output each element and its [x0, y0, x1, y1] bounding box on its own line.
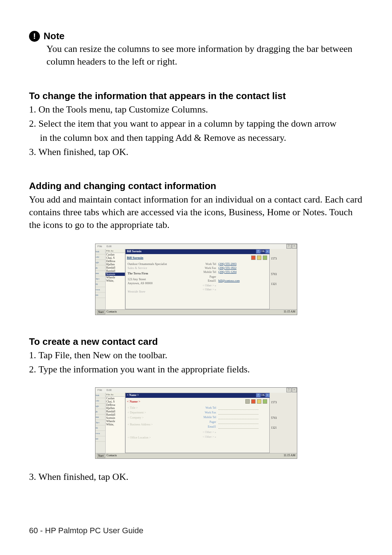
close-button[interactable]: ×: [292, 388, 297, 392]
category-sidebar: bak odc tgb jk mn 3po lft vwx 64: [95, 249, 106, 309]
sec1-item1: 1.On the Tools menu, tap Customize Colum…: [29, 103, 363, 116]
list-item[interactable]: DeBroa: [106, 260, 125, 263]
menu-file[interactable]: File: [95, 244, 105, 249]
contact-card-edit: < Name > ? OK × < Name > < Title > < Dep…: [125, 393, 270, 453]
address-input[interactable]: < Business Address >: [128, 423, 153, 426]
toggle-icon[interactable]: [245, 399, 250, 404]
list-item[interactable]: Hjellen: [106, 407, 125, 410]
list-item[interactable]: Hjellen: [106, 263, 125, 266]
value-email[interactable]: bill@contoso.com: [219, 279, 240, 282]
name-input[interactable]: < Name >: [127, 400, 140, 403]
menu-edit[interactable]: Edit: [104, 388, 114, 393]
tab-notes-icon[interactable]: [263, 399, 267, 404]
contact-list[interactable]: File As Caolan Chai, S DeBroa Hjellen Ra…: [106, 249, 125, 309]
list-item[interactable]: DeBroa: [106, 403, 125, 407]
tab-business-icon[interactable]: [251, 256, 256, 260]
value-work-fax[interactable]: (206) 555-1822: [219, 266, 237, 270]
sec2-heading: Adding and changing contact information: [29, 180, 363, 192]
list-item[interactable]: Chai, S: [106, 400, 125, 403]
list-item[interactable]: Caolan: [106, 253, 125, 256]
list-item[interactable]: Randall: [106, 269, 125, 273]
start-button[interactable]: Start: [97, 310, 105, 314]
taskbar-app[interactable]: Contacts: [107, 454, 117, 458]
dept-input[interactable]: < Department >: [128, 411, 146, 414]
start-button[interactable]: Start: [97, 454, 105, 458]
address-line1: 123 Any Street: [128, 278, 146, 281]
menu-file[interactable]: File: [95, 388, 105, 393]
list-item[interactable]: Randall: [106, 410, 125, 413]
list-item[interactable]: White,: [106, 279, 125, 282]
taskbar: StartContacts 11:15 AM: [95, 309, 297, 315]
sec3-heading: To create a new contact card: [29, 336, 363, 347]
page-footer: 60 - HP Palmtop PC User Guide: [29, 526, 143, 535]
right-column: 1573 5703 1321: [270, 249, 297, 309]
sec1-item3: 3.When finished, tap OK.: [29, 146, 363, 158]
contact-name[interactable]: Bill Sornsin: [127, 256, 143, 260]
value-work-tel[interactable]: (206) 555-2003: [219, 262, 237, 266]
right-value: 5703: [270, 272, 297, 277]
card-title: < Name >: [126, 393, 234, 398]
taskbar-clock: 11:15 AM: [282, 310, 297, 315]
label-work-tel: Work Tel: [195, 262, 216, 266]
label-pager: Pager: [195, 420, 216, 424]
help-button[interactable]: ?: [256, 249, 261, 254]
label-other1[interactable]: < Other > »: [195, 284, 216, 287]
sec1-item2: 2.Select the item that you want to appea…: [29, 117, 363, 130]
ok-button[interactable]: OK: [261, 249, 265, 254]
sec2-body: You add and maintain contact information…: [29, 193, 363, 231]
tab-home-icon[interactable]: [257, 256, 261, 260]
value-mobile[interactable]: (206) 555-1204: [219, 270, 237, 274]
location-input[interactable]: < Office Location >: [128, 436, 151, 439]
ok-button[interactable]: OK: [261, 393, 265, 397]
label-email: Email1: [195, 279, 216, 282]
mobile-input[interactable]: [219, 416, 258, 419]
close-button[interactable]: ×: [292, 244, 297, 249]
company-input[interactable]: < Company >: [128, 416, 144, 419]
tab-notes-icon[interactable]: [263, 256, 267, 260]
label-pager: Pager: [195, 275, 216, 278]
location: Westside Store: [128, 290, 146, 293]
help-button[interactable]: ?: [286, 244, 291, 249]
help-button[interactable]: ?: [286, 388, 291, 392]
right-column: 1573 5703 1321: [270, 393, 297, 453]
contact-list[interactable]: File As Caolan Chai, S DeBroa Hjellen Ra…: [106, 393, 125, 453]
list-item[interactable]: Randall: [106, 413, 125, 416]
list-item[interactable]: Wheele: [106, 420, 125, 423]
column-header[interactable]: File As: [106, 393, 125, 397]
job-title: Outdoor Ornamentals Specialist: [128, 262, 167, 266]
column-header[interactable]: File As: [106, 249, 125, 253]
department: Sales & Service: [128, 266, 147, 270]
right-value: 5703: [270, 416, 297, 420]
note-icon: !: [29, 31, 40, 42]
label-other2[interactable]: < Other > »: [195, 288, 216, 291]
menu-bar: File Edit ? ×: [95, 388, 297, 393]
worktel-input[interactable]: [219, 406, 258, 410]
tab-business-icon[interactable]: [251, 399, 256, 404]
pager-input[interactable]: [219, 420, 258, 424]
right-value: 1321: [270, 282, 297, 286]
list-item[interactable]: Chai, S: [106, 256, 125, 260]
note-label: Note: [44, 30, 65, 42]
taskbar-app[interactable]: Contacts: [107, 310, 117, 314]
list-item[interactable]: White,: [106, 423, 125, 426]
email-input[interactable]: [219, 425, 258, 429]
help-button[interactable]: ?: [256, 393, 261, 397]
menu-bar: File Edit ? ×: [95, 244, 297, 249]
workfax-input[interactable]: [219, 411, 258, 415]
list-item[interactable]: Randall: [106, 266, 125, 269]
right-value: 1321: [270, 425, 297, 430]
list-item[interactable]: Caolan: [106, 397, 125, 400]
right-value: 1573: [270, 400, 297, 405]
taskbar: StartContacts 11:15 AM: [95, 453, 297, 458]
menu-edit[interactable]: Edit: [104, 244, 114, 249]
tab-home-icon[interactable]: [257, 399, 261, 404]
address-line2: Anytown, AS 00000: [128, 282, 153, 285]
title-input[interactable]: < Title >: [128, 406, 138, 409]
list-item[interactable]: Sornsin: [106, 416, 125, 420]
screenshot-contact-new: File Edit ? × bak odc tgb jk mn 3po lft …: [95, 387, 297, 459]
label-other2[interactable]: < Other > »: [195, 435, 216, 438]
label-other1[interactable]: < Other > »: [195, 430, 216, 434]
taskbar-clock: 11:15 AM: [282, 453, 297, 458]
list-item[interactable]: Wheele: [106, 276, 125, 279]
list-item-selected[interactable]: Sornsin: [106, 273, 125, 276]
